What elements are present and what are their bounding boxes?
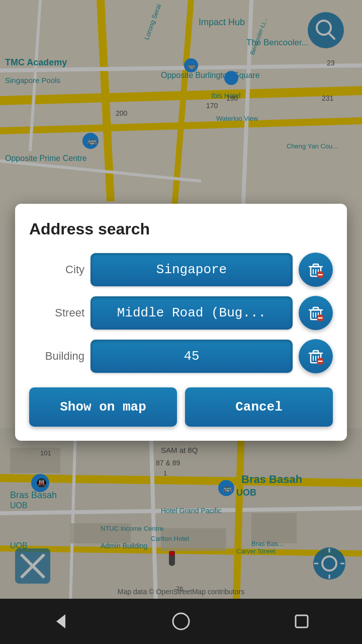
nav-bar [0, 599, 362, 644]
svg-marker-101 [56, 614, 65, 628]
action-buttons-row: Show on map Cancel [29, 387, 333, 427]
building-delete-button[interactable] [299, 339, 333, 373]
svg-rect-95 [313, 351, 318, 353]
nav-home-button[interactable] [161, 601, 201, 641]
svg-rect-87 [313, 307, 318, 310]
building-field-row: Building [29, 339, 333, 373]
street-label: Street [29, 306, 84, 319]
nav-back-button[interactable] [40, 601, 80, 641]
street-delete-button[interactable] [299, 296, 333, 330]
city-input[interactable] [90, 253, 293, 286]
city-delete-button[interactable] [299, 253, 333, 287]
show-on-map-button[interactable]: Show on map [29, 387, 177, 427]
dialog-title: Address search [29, 220, 333, 238]
address-search-dialog: Address search City [15, 204, 347, 441]
cancel-button[interactable]: Cancel [185, 387, 333, 427]
city-field-row: City [29, 253, 333, 287]
svg-point-102 [173, 613, 189, 629]
city-label: City [29, 263, 84, 276]
svg-rect-79 [313, 264, 318, 267]
building-input[interactable] [90, 340, 293, 373]
street-field-row: Street [29, 296, 333, 330]
dialog-overlay: Address search City [0, 0, 362, 644]
map-credit: Map data © OpenStreetMap contributors [118, 588, 244, 596]
street-input[interactable] [90, 296, 293, 330]
nav-recents-button[interactable] [282, 601, 322, 641]
building-label: Building [29, 350, 84, 363]
svg-rect-103 [296, 615, 308, 627]
